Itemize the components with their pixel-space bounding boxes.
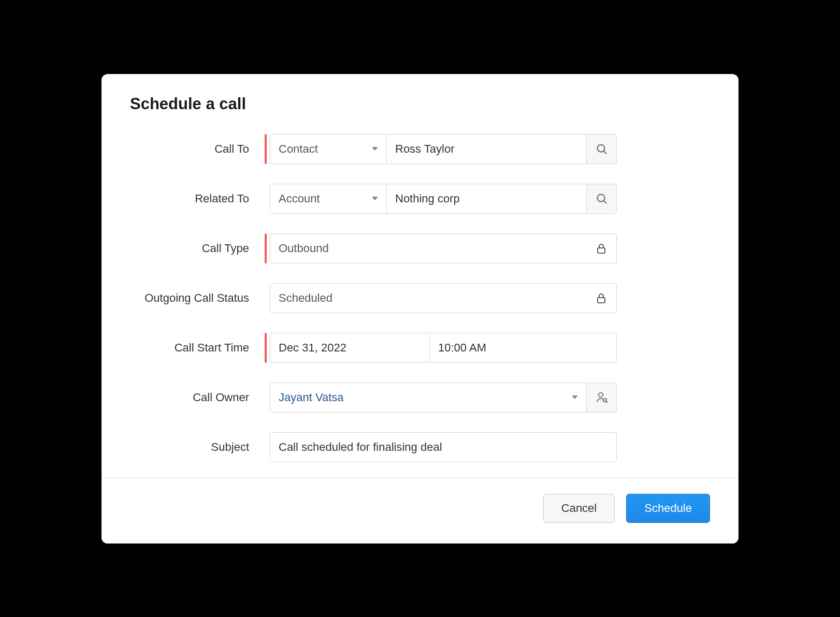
- svg-point-0: [597, 144, 604, 152]
- modal-title: Schedule a call: [130, 95, 710, 113]
- lock-icon: [596, 243, 606, 254]
- search-icon: [596, 193, 608, 205]
- call-to-search-button[interactable]: [586, 135, 616, 164]
- input-group-subject: [270, 432, 617, 462]
- row-start-time: Call Start Time: [130, 333, 710, 363]
- label-owner: Call Owner: [130, 391, 265, 404]
- modal-body: Schedule a call Call To Contact Ross Tay…: [102, 74, 738, 478]
- owner-lookup-button[interactable]: [586, 383, 616, 412]
- svg-point-7: [603, 398, 606, 401]
- search-icon: [596, 143, 608, 155]
- label-related-to: Related To: [130, 192, 265, 205]
- related-to-search-button[interactable]: [586, 184, 616, 213]
- indicator-spacer: [265, 383, 267, 413]
- row-related-to: Related To Account Nothing corp: [130, 184, 710, 214]
- row-subject: Subject: [130, 432, 710, 462]
- indicator-spacer: [265, 283, 267, 313]
- input-group-related-to: Account Nothing corp: [270, 184, 617, 214]
- required-indicator: [265, 134, 267, 164]
- owner-field[interactable]: Jayant Vatsa: [270, 383, 563, 412]
- start-time-input[interactable]: [430, 333, 616, 362]
- chevron-down-icon: [572, 395, 578, 399]
- outgoing-status-value: Scheduled: [279, 291, 332, 305]
- control-outgoing-status: Scheduled: [265, 283, 617, 313]
- control-owner: Jayant Vatsa: [265, 383, 617, 413]
- label-call-type: Call Type: [130, 242, 265, 255]
- subject-input[interactable]: [270, 433, 616, 462]
- required-indicator: [265, 333, 267, 363]
- start-date-input[interactable]: [270, 333, 430, 362]
- control-related-to: Account Nothing corp: [265, 184, 617, 214]
- call-to-name-field[interactable]: Ross Taylor: [387, 135, 586, 164]
- label-start-time: Call Start Time: [130, 341, 265, 355]
- call-type-lock: [586, 234, 616, 263]
- label-outgoing-status: Outgoing Call Status: [130, 291, 265, 305]
- row-outgoing-status: Outgoing Call Status Scheduled: [130, 283, 710, 313]
- svg-point-2: [597, 194, 604, 201]
- owner-value: Jayant Vatsa: [279, 391, 344, 404]
- row-call-to: Call To Contact Ross Taylor: [130, 134, 710, 164]
- control-start-time: [265, 333, 617, 363]
- related-to-type-value: Account: [279, 192, 320, 205]
- required-indicator: [265, 233, 267, 263]
- input-group-outgoing-status: Scheduled: [270, 283, 617, 313]
- input-group-owner: Jayant Vatsa: [270, 383, 617, 413]
- svg-rect-4: [598, 248, 605, 253]
- indicator-spacer: [265, 432, 267, 462]
- svg-point-6: [599, 393, 603, 397]
- call-to-type-select[interactable]: Contact: [270, 135, 387, 164]
- input-group-call-to: Contact Ross Taylor: [270, 134, 617, 164]
- outgoing-status-field: Scheduled: [270, 284, 586, 313]
- row-owner: Call Owner Jayant Vatsa: [130, 383, 710, 413]
- related-to-type-select[interactable]: Account: [270, 184, 387, 213]
- control-call-to: Contact Ross Taylor: [265, 134, 617, 164]
- schedule-call-modal: Schedule a call Call To Contact Ross Tay…: [102, 74, 738, 543]
- owner-dropdown-toggle[interactable]: [563, 383, 586, 412]
- control-subject: [265, 432, 617, 462]
- outgoing-status-lock: [586, 284, 616, 313]
- call-type-value: Outbound: [279, 242, 329, 255]
- label-call-to: Call To: [130, 142, 265, 156]
- schedule-button[interactable]: Schedule: [626, 494, 710, 523]
- row-call-type: Call Type Outbound: [130, 233, 710, 263]
- modal-footer: Cancel Schedule: [102, 478, 738, 543]
- related-to-name-field[interactable]: Nothing corp: [387, 184, 586, 213]
- input-group-call-type: Outbound: [270, 233, 617, 263]
- input-group-start-time: [270, 333, 617, 363]
- svg-line-1: [604, 151, 606, 154]
- call-type-field: Outbound: [270, 234, 586, 263]
- user-search-icon: [595, 391, 609, 404]
- control-call-type: Outbound: [265, 233, 617, 263]
- indicator-spacer: [265, 184, 267, 214]
- related-to-name-value: Nothing corp: [395, 192, 460, 205]
- svg-line-8: [606, 401, 607, 403]
- label-subject: Subject: [130, 440, 265, 454]
- svg-rect-5: [598, 298, 605, 303]
- chevron-down-icon: [372, 147, 378, 151]
- cancel-button[interactable]: Cancel: [543, 494, 615, 523]
- call-to-name-value: Ross Taylor: [395, 142, 455, 156]
- chevron-down-icon: [372, 197, 378, 200]
- call-to-type-value: Contact: [279, 142, 318, 156]
- lock-icon: [596, 292, 606, 304]
- svg-line-3: [604, 201, 606, 203]
